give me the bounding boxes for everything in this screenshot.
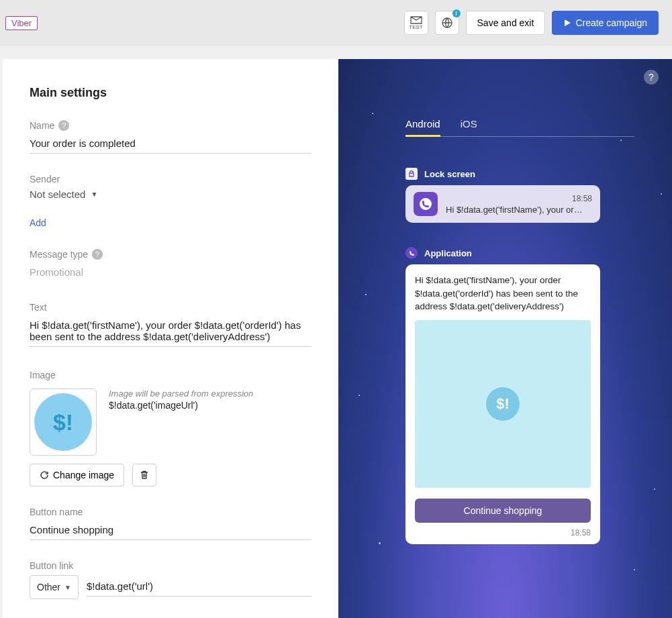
dollar-placeholder-icon: $! bbox=[34, 393, 92, 451]
text-input[interactable]: Hi $!data.get('firstName'), your order $… bbox=[30, 317, 311, 347]
settings-panel: Main settings Name? Sender Not selected … bbox=[3, 59, 338, 618]
preview-panel: ? Android iOS Lock screen 18:58 Hi $!dat… bbox=[338, 59, 672, 618]
delete-image-button[interactable] bbox=[132, 464, 156, 486]
image-thumbnail: $! bbox=[30, 389, 97, 456]
envelope-icon bbox=[410, 16, 422, 24]
sender-field: Sender Not selected ▼ bbox=[30, 174, 311, 204]
tab-ios[interactable]: iOS bbox=[461, 118, 477, 136]
lock-notification: 18:58 Hi $!data.get('firstName'), your o… bbox=[405, 185, 600, 223]
link-input[interactable] bbox=[87, 578, 311, 597]
test-button[interactable]: TEST bbox=[404, 11, 428, 35]
button-name-field: Button name bbox=[30, 507, 311, 540]
dollar-placeholder-icon: $! bbox=[486, 387, 520, 421]
link-type-select[interactable]: Other ▼ bbox=[30, 575, 79, 599]
button-name-input[interactable] bbox=[30, 521, 311, 540]
help-icon[interactable]: ? bbox=[58, 120, 69, 131]
play-icon bbox=[563, 19, 571, 27]
message-preview: Hi $!data.get('firstName'), your order $… bbox=[405, 264, 600, 544]
application-label: Application bbox=[405, 247, 634, 259]
message-time: 18:58 bbox=[415, 528, 591, 537]
globe-icon bbox=[441, 17, 453, 29]
refresh-icon bbox=[40, 470, 49, 480]
header-actions: TEST ! Save and exit Create campaign bbox=[404, 11, 659, 35]
chevron-down-icon: ▼ bbox=[64, 584, 71, 591]
image-field: Image $! Image will be parsed from expre… bbox=[30, 370, 311, 486]
section-title: Main settings bbox=[30, 86, 311, 100]
change-image-button[interactable]: Change image bbox=[30, 464, 124, 486]
viber-app-icon bbox=[414, 192, 438, 216]
sender-select[interactable]: Not selected ▼ bbox=[30, 189, 311, 204]
globe-button[interactable]: ! bbox=[435, 11, 459, 35]
notification-time: 18:58 bbox=[446, 194, 592, 203]
preview-help-icon[interactable]: ? bbox=[644, 70, 659, 85]
text-field: Text Hi $!data.get('firstName'), your or… bbox=[30, 302, 311, 350]
notification-text: Hi $!data.get('firstName'), your or… bbox=[446, 205, 592, 215]
preview-tabs: Android iOS bbox=[405, 118, 634, 137]
svg-point-1 bbox=[420, 198, 432, 210]
chevron-down-icon: ▼ bbox=[91, 191, 97, 198]
trash-icon bbox=[140, 470, 149, 480]
lock-screen-label: Lock screen bbox=[405, 168, 634, 180]
msgtype-field: Message type? Promotional bbox=[30, 249, 311, 282]
alert-badge-icon: ! bbox=[452, 9, 461, 17]
header: Viber TEST ! Save and exit Create campai… bbox=[0, 0, 672, 46]
message-image: $! bbox=[415, 320, 591, 488]
lock-icon bbox=[405, 168, 418, 180]
button-link-field: Button link Other ▼ bbox=[30, 560, 311, 599]
image-note: Image will be parsed from expression bbox=[109, 389, 253, 399]
image-expression: $!data.get('imageUrl') bbox=[109, 400, 253, 411]
name-field: Name? bbox=[30, 120, 311, 154]
message-text: Hi $!data.get('firstName'), your order $… bbox=[415, 274, 591, 313]
create-campaign-button[interactable]: Create campaign bbox=[552, 11, 659, 35]
viber-app-icon bbox=[405, 247, 418, 259]
channel-tag: Viber bbox=[5, 16, 38, 30]
message-button[interactable]: Continue shopping bbox=[415, 499, 591, 523]
add-sender-link[interactable]: Add bbox=[30, 217, 46, 228]
tab-android[interactable]: Android bbox=[405, 118, 440, 137]
help-icon[interactable]: ? bbox=[92, 249, 103, 260]
save-exit-button[interactable]: Save and exit bbox=[466, 11, 546, 35]
name-input[interactable] bbox=[30, 135, 311, 154]
msgtype-value: Promotional bbox=[30, 264, 311, 282]
